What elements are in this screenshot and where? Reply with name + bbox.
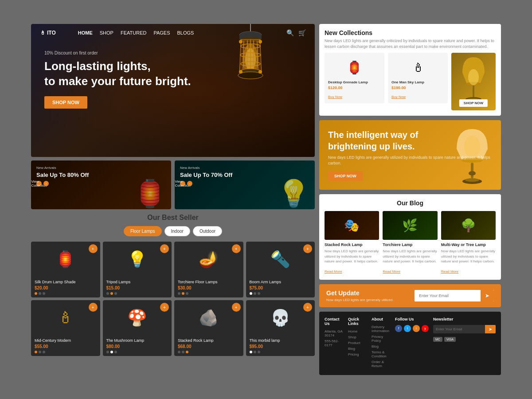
nc-buy-btn-2[interactable]: Buy Now xyxy=(391,95,406,99)
cart-icon[interactable]: 🛒 xyxy=(298,29,306,36)
logo[interactable]: 🕯 ITO xyxy=(40,30,56,36)
nc-desc: New days LED lights are generally critic… xyxy=(325,38,496,49)
nav-shop[interactable]: SHOP xyxy=(100,30,113,35)
product-card-5: + 🕯 Mid-Century Modern $55.00 xyxy=(31,300,100,356)
product-card-4: + 🔦 Boom Arm Lamps $75.00 xyxy=(246,242,315,297)
product-dots-7 xyxy=(178,351,240,353)
color-dot[interactable] xyxy=(182,351,184,353)
footer-about-terms[interactable]: Terms & Condition xyxy=(372,350,391,358)
search-icon[interactable]: 🔍 xyxy=(286,29,294,36)
add-to-cart-6[interactable]: + xyxy=(160,303,169,312)
footer-newsletter: Newsletter ➤ MC VISA xyxy=(433,317,496,370)
payment-icons: MC VISA xyxy=(433,337,496,342)
tab-indoor[interactable]: Indoor xyxy=(164,226,190,236)
nav-home[interactable]: HOME xyxy=(78,30,93,35)
footer-ql-shop[interactable]: Shop xyxy=(348,335,367,339)
blog-img-2: 🌿 xyxy=(383,211,437,240)
footer-ql-product[interactable]: Product xyxy=(348,341,367,345)
color-dot[interactable] xyxy=(39,292,41,295)
product-name-8: This morbid lamp xyxy=(250,338,312,343)
color-dot[interactable] xyxy=(114,292,117,295)
add-to-cart-7[interactable]: + xyxy=(232,303,241,312)
hero-section: 🕯 ITO HOME SHOP FEATURED PAGES BLOGS 🔍 🛒… xyxy=(31,24,315,157)
footer-about-blog[interactable]: Blog xyxy=(372,344,391,348)
add-to-cart-4[interactable]: + xyxy=(303,244,312,253)
color-dot[interactable] xyxy=(110,351,113,353)
color-dot[interactable] xyxy=(43,292,45,295)
hero-discount: 10% Discount on first order xyxy=(44,51,301,55)
color-dot[interactable] xyxy=(250,292,252,295)
instagram-icon[interactable]: i xyxy=(413,325,420,332)
product-name-1: Silk Drum Lamp Shade xyxy=(35,280,97,284)
tab-floor-lamps[interactable]: Floor Lamps xyxy=(124,226,162,236)
twitter-icon[interactable]: t xyxy=(404,325,411,332)
color-dot[interactable] xyxy=(258,351,260,353)
nav-featured[interactable]: FEATURED xyxy=(121,30,146,35)
color-dot[interactable] xyxy=(182,292,184,295)
read-more-2[interactable]: Read More xyxy=(383,270,400,274)
product-name-4: Boom Arm Lamps xyxy=(250,280,312,284)
color-dot[interactable] xyxy=(35,351,37,353)
product-name-3: Torchiere Floor Lamps xyxy=(178,280,240,284)
color-dot[interactable] xyxy=(254,351,256,353)
footer-ql-pricing[interactable]: Pricing xyxy=(348,352,367,356)
promo-link-1[interactable]: View Collection › xyxy=(36,181,166,186)
color-dot[interactable] xyxy=(258,292,260,295)
youtube-icon[interactable]: y xyxy=(422,325,429,332)
color-dot[interactable] xyxy=(106,292,109,295)
nc-buy-btn-1[interactable]: Buy Now xyxy=(328,95,342,99)
nav-pages[interactable]: PAGES xyxy=(153,30,170,35)
footer-about-privacy[interactable]: Privacy Policy xyxy=(372,335,391,343)
add-to-cart-5[interactable]: + xyxy=(89,303,98,312)
color-dot[interactable] xyxy=(114,351,117,353)
facebook-icon[interactable]: f xyxy=(395,325,402,332)
read-more-1[interactable]: Read More xyxy=(325,270,342,274)
color-dot[interactable] xyxy=(178,292,180,295)
color-dot[interactable] xyxy=(186,292,188,295)
blog-img-3: 🌳 xyxy=(441,211,496,240)
add-to-cart-2[interactable]: + xyxy=(160,244,169,253)
nc-shop-button[interactable]: SHOP NOW xyxy=(459,99,488,107)
blog-section: Our Blog 🎭 Stacked Rock Lamp Now days LE… xyxy=(319,194,501,280)
product-price-3: $30.00 xyxy=(178,286,240,290)
blog-post-3: 🌳 Multi-Way or Tree Lamp Now days LED li… xyxy=(441,211,496,274)
footer-about-delivery[interactable]: Delivery Information xyxy=(372,325,391,333)
bright-lives-banner: The intelligent way of brightening up li… xyxy=(319,120,501,190)
add-to-cart-1[interactable]: + xyxy=(89,244,98,253)
color-dot[interactable] xyxy=(106,351,109,353)
nav-icons: 🔍 🛒 xyxy=(286,29,306,36)
color-dot[interactable] xyxy=(43,351,45,353)
add-to-cart-8[interactable]: + xyxy=(303,303,312,312)
read-more-3[interactable]: Read More xyxy=(441,270,459,274)
footer-ql-home[interactable]: Home xyxy=(348,329,367,333)
color-dot[interactable] xyxy=(254,292,256,295)
mastercard-icon: MC xyxy=(433,337,442,342)
nc-product-price-1: $120.00 xyxy=(328,86,381,90)
color-dot[interactable] xyxy=(250,351,252,353)
nav-blogs[interactable]: BLOGS xyxy=(177,30,194,35)
bl-desc: New days LED lights are generally utiliz… xyxy=(328,155,492,166)
color-dot[interactable] xyxy=(178,351,180,353)
gu-email-input[interactable] xyxy=(415,290,481,301)
color-dot[interactable] xyxy=(35,292,37,295)
arrow-icon-2: › xyxy=(187,181,192,186)
color-dot[interactable] xyxy=(110,292,113,295)
blog-post-title-2: Torchiere Lamp xyxy=(383,243,437,247)
svg-rect-23 xyxy=(473,86,474,99)
add-to-cart-3[interactable]: + xyxy=(232,244,241,253)
nc-products: 🏮 Desktop Grenade Lamp $120.00 Buy Now 🕯… xyxy=(325,53,448,110)
gu-submit-button[interactable]: ➤ xyxy=(481,290,494,301)
promo-link-2[interactable]: View Collection › xyxy=(180,181,309,186)
blog-posts: 🎭 Stacked Rock Lamp Now days LED lights … xyxy=(325,211,496,274)
tab-outdoor[interactable]: Outdoor xyxy=(193,226,222,236)
footer-about-order[interactable]: Order & Return xyxy=(372,360,391,368)
product-card-3: + 🪔 Torchiere Floor Lamps $30.00 xyxy=(174,242,243,297)
products-grid-row1: + 🏮 Silk Drum Lamp Shade $20.00 + xyxy=(31,242,315,356)
color-dot[interactable] xyxy=(186,351,188,353)
bl-shop-button[interactable]: SHOP NOW xyxy=(328,171,363,181)
footer-nl-submit[interactable]: ➤ xyxy=(485,325,496,333)
hero-cta-button[interactable]: SHOP NOW xyxy=(44,96,87,109)
footer-nl-input[interactable] xyxy=(433,325,485,333)
footer-ql-blog[interactable]: Blog xyxy=(348,347,367,351)
color-dot[interactable] xyxy=(39,351,41,353)
